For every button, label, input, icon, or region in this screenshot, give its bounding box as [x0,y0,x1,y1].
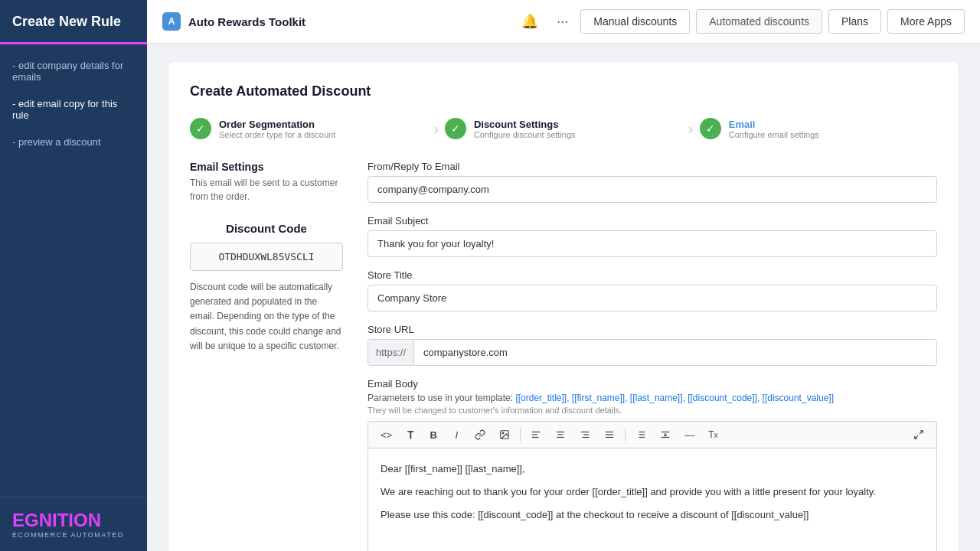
discount-code-label: Discount Code [190,222,343,235]
form-right: From/Reply To Email Email Subject Store … [368,161,937,551]
toolbar-expand-btn[interactable] [907,426,930,443]
more-options-icon[interactable]: ··· [550,11,574,33]
toolbar-t-btn[interactable]: T [400,425,421,444]
step-title-email: Email [729,119,819,130]
email-settings-label: Email Settings [190,161,343,173]
sidebar-nav: - edit company details for emails - edit… [0,44,147,497]
toolbar-align-right-btn[interactable] [573,426,596,443]
toolbar-image-btn[interactable] [493,426,516,443]
store-url-prefix: https:// [368,340,414,365]
discount-code-desc: Discount code will be automatically gene… [190,280,343,354]
step-check-email: ✓ [700,118,721,139]
app-name: Auto Rewards Toolkit [188,15,305,28]
step-arrow-1: › [433,120,439,138]
step-check-order: ✓ [190,118,211,139]
step-email: ✓ Email Configure email settings [700,118,937,139]
step-sub-email: Configure email settings [729,130,819,139]
topbar: A Auto Rewards Toolkit 🔔 ··· Manual disc… [147,0,980,44]
email-body-params: Parameters to use in your template: [[or… [368,393,937,403]
manual-discounts-button[interactable]: Manual discounts [580,9,690,34]
toolbar-align-left-btn[interactable] [524,426,547,443]
content: Create Automated Discount ✓ Order Segmen… [147,44,980,551]
store-url-field-group: Store URL https:// [368,324,937,366]
automated-discounts-button[interactable]: Automated discounts [696,9,822,34]
email-body-section: Email Body Parameters to use in your tem… [368,378,937,551]
from-field-group: From/Reply To Email [368,161,937,203]
email-body-line1: Dear [[first_name]] [[last_name]], [381,461,924,478]
card-title: Create Automated Discount [190,83,937,99]
email-body-line3: Please use this code: [[discount_code]] … [381,507,924,523]
discount-code-field[interactable] [190,243,343,271]
sidebar-item-preview[interactable]: - preview a discount [0,129,147,155]
toolbar-justify-btn[interactable] [598,426,621,443]
toolbar-hr-btn[interactable]: — [678,426,701,444]
subject-input[interactable] [368,230,937,257]
store-url-label: Store URL [368,324,937,335]
store-title-input[interactable] [368,285,937,311]
logo-brand: EGNITION [12,510,135,531]
plans-button[interactable]: Plans [828,9,881,34]
discount-code-box: Discount Code Discount code will be auto… [190,222,343,354]
logo-e: E [12,510,24,530]
topbar-left: A Auto Rewards Toolkit [162,12,305,31]
toolbar-code-btn[interactable]: <> [374,426,398,444]
topbar-right: 🔔 ··· Manual discounts Automated discoun… [515,9,965,34]
app-icon: A [162,12,181,31]
stepper: ✓ Order Segmentation Select order type f… [190,118,937,139]
toolbar-sep-2 [625,428,626,442]
store-title-field-group: Store Title [368,269,937,311]
toolbar-italic-btn[interactable]: I [446,426,467,444]
store-title-label: Store Title [368,269,937,281]
email-body-line2: We are reaching out to thank you for you… [381,484,924,500]
toolbar-sep-1 [520,428,521,442]
sidebar-title: Create New Rule [0,0,147,44]
notification-icon[interactable]: 🔔 [515,10,544,33]
toolbar-list-btn[interactable] [629,426,652,443]
email-body-label: Email Body [368,378,937,390]
step-title-discount: Discount Settings [474,119,576,130]
svg-line-23 [920,431,923,434]
editor-body[interactable]: Dear [[first_name]] [[last_name]], We ar… [368,448,937,551]
toolbar-link-btn[interactable] [469,426,492,443]
svg-line-24 [915,435,918,439]
sidebar-item-edit-company[interactable]: - edit company details for emails [0,52,147,90]
sidebar: Create New Rule - edit company details f… [0,0,147,551]
subject-field-group: Email Subject [368,215,937,257]
sidebar-logo: EGNITION ECOMMERCE AUTOMATED [0,497,147,551]
store-url-input[interactable] [414,340,936,365]
form-layout: Email Settings This email will be sent t… [190,161,937,551]
logo-sub: ECOMMERCE AUTOMATED [12,531,135,539]
step-sub-discount: Configure discount settings [474,130,576,139]
step-discount-settings: ✓ Discount Settings Configure discount s… [445,118,682,139]
sidebar-item-edit-email[interactable]: - edit email copy for this rule [0,90,147,129]
toolbar-bold-btn[interactable]: B [423,426,444,444]
from-input[interactable] [368,176,937,203]
subject-label: Email Subject [368,215,937,227]
from-label: From/Reply To Email [368,161,937,172]
editor-toolbar: <> T B I [368,421,937,448]
toolbar-indent-btn[interactable] [654,426,677,443]
toolbar-tx-btn[interactable]: Tx [702,426,724,443]
more-apps-button[interactable]: More Apps [887,9,965,34]
form-left: Email Settings This email will be sent t… [190,161,343,551]
step-check-discount: ✓ [445,118,466,139]
email-body-note: They will be changed to customer's infor… [368,406,937,415]
step-title-order: Order Segmentation [219,119,335,130]
toolbar-align-center-btn[interactable] [549,426,572,443]
step-arrow-2: › [688,120,694,138]
main-card: Create Automated Discount ✓ Order Segmen… [168,62,959,551]
svg-point-1 [502,432,504,434]
step-sub-order: Select order type for a discount [219,130,335,139]
step-order-segmentation: ✓ Order Segmentation Select order type f… [190,118,427,139]
main: A Auto Rewards Toolkit 🔔 ··· Manual disc… [147,0,980,551]
store-url-field: https:// [368,339,937,366]
email-settings-desc: This email will be sent to a customer fr… [190,176,343,204]
